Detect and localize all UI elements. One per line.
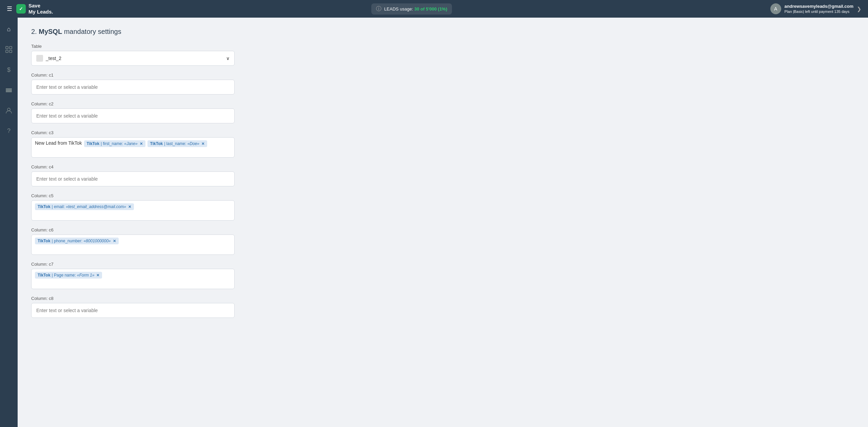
column-c2-input[interactable] — [31, 108, 235, 123]
svg-rect-6 — [6, 91, 12, 92]
c3-tag-lastname[interactable]: TikTok | last_name: «Doe» ✕ — [147, 140, 207, 147]
sidebar: ⌂ $ ? — [0, 18, 18, 427]
dropdown-chevron-icon: ∨ — [226, 56, 230, 61]
table-icon — [36, 55, 43, 62]
info-icon: ⓘ — [376, 5, 381, 13]
column-c6-label: Column: c6 — [31, 227, 854, 232]
user-info: andrewsavemyleads@gmail.com Plan |Basic|… — [785, 4, 853, 14]
sidebar-item-help[interactable]: ? — [3, 125, 15, 137]
sidebar-item-connections[interactable] — [3, 43, 15, 56]
sidebar-item-tools[interactable] — [3, 84, 15, 96]
column-c7-group: Column: c7 TikTok | Page name: «Form 1» … — [31, 262, 854, 289]
column-c8-label: Column: c8 — [31, 296, 854, 301]
c3-tag-firstname-close-icon[interactable]: ✕ — [140, 142, 143, 146]
column-c8-input[interactable] — [31, 303, 235, 318]
user-plan: Plan |Basic| left until payment 135 days — [785, 9, 850, 14]
table-dropdown-inner: _test_2 — [36, 55, 61, 62]
user-email: andrewsavemyleads@gmail.com — [785, 4, 853, 9]
c5-tag-email[interactable]: TikTok | email: «test_email_address@mail… — [35, 203, 134, 210]
column-c5-label: Column: c5 — [31, 193, 854, 198]
svg-point-7 — [7, 108, 10, 111]
sidebar-item-profile[interactable] — [3, 104, 15, 117]
sidebar-item-billing[interactable]: $ — [3, 64, 15, 76]
column-c7-label: Column: c7 — [31, 262, 854, 267]
column-c4-label: Column: c4 — [31, 164, 854, 169]
svg-rect-1 — [9, 46, 12, 49]
column-c8-group: Column: c8 — [31, 296, 854, 318]
column-c5-input[interactable]: TikTok | email: «test_email_address@mail… — [31, 200, 235, 221]
column-c1-label: Column: c1 — [31, 73, 854, 78]
column-c7-input[interactable]: TikTok | Page name: «Form 1» ✕ — [31, 269, 235, 289]
column-c6-input[interactable]: TikTok | phone_number: «8001000000» ✕ — [31, 235, 235, 255]
page-title: 2. MySQL mandatory settings — [31, 28, 854, 36]
c3-tag-lastname-close-icon[interactable]: ✕ — [201, 142, 204, 146]
column-c1-group: Column: c1 — [31, 73, 854, 95]
avatar: A — [770, 3, 781, 14]
svg-rect-0 — [6, 46, 8, 49]
sidebar-item-home[interactable]: ⌂ — [3, 23, 15, 35]
table-dropdown[interactable]: _test_2 ∨ — [31, 51, 235, 66]
logo: ✓ Save My Leads. — [16, 3, 53, 15]
c3-text-prefix: New Lead from TikTok — [35, 140, 82, 146]
leads-usage-label: LEADS usage: 30 of 5'000 (1%) — [384, 6, 447, 12]
nav-center: ⓘ LEADS usage: 30 of 5'000 (1%) — [371, 3, 452, 15]
svg-rect-2 — [6, 50, 8, 53]
column-c3-group: Column: c3 New Lead from TikTok TikTok |… — [31, 130, 854, 158]
c5-tag-email-close-icon[interactable]: ✕ — [128, 205, 131, 209]
c6-tag-phone-close-icon[interactable]: ✕ — [113, 239, 116, 243]
svg-rect-5 — [6, 90, 12, 91]
c7-tag-pagename[interactable]: TikTok | Page name: «Form 1» ✕ — [35, 272, 102, 279]
column-c3-label: Column: c3 — [31, 130, 854, 135]
c6-tag-phone[interactable]: TikTok | phone_number: «8001000000» ✕ — [35, 238, 119, 244]
column-c5-group: Column: c5 TikTok | email: «test_email_a… — [31, 193, 854, 221]
svg-rect-3 — [9, 50, 12, 53]
column-c2-group: Column: c2 — [31, 101, 854, 123]
table-field-group: Table _test_2 ∨ — [31, 44, 854, 66]
column-c1-input[interactable] — [31, 80, 235, 95]
leads-usage-count: 30 of 5'000 (1%) — [414, 6, 447, 12]
logo-checkmark-icon: ✓ — [16, 4, 26, 14]
table-label: Table — [31, 44, 854, 49]
table-value: _test_2 — [46, 56, 61, 61]
nav-left: ☰ ✓ Save My Leads. — [7, 3, 53, 15]
nav-right: A andrewsavemyleads@gmail.com Plan |Basi… — [770, 3, 861, 14]
top-navigation: ☰ ✓ Save My Leads. ⓘ LEADS usage: 30 of … — [0, 0, 868, 18]
logo-text: Save My Leads. — [28, 3, 53, 15]
hamburger-menu-icon[interactable]: ☰ — [7, 5, 12, 13]
app-layout: ⌂ $ ? 2. MySQL man — [0, 18, 868, 427]
svg-rect-4 — [6, 88, 12, 89]
column-c4-input[interactable] — [31, 171, 235, 186]
column-c3-input[interactable]: New Lead from TikTok TikTok | first_name… — [31, 137, 235, 158]
column-c6-group: Column: c6 TikTok | phone_number: «80010… — [31, 227, 854, 255]
c7-tag-pagename-close-icon[interactable]: ✕ — [96, 273, 99, 278]
leads-usage-box: ⓘ LEADS usage: 30 of 5'000 (1%) — [371, 3, 452, 15]
c3-tag-firstname[interactable]: TikTok | first_name: «Jane» ✕ — [84, 140, 145, 147]
user-menu-chevron-icon[interactable]: ❯ — [857, 6, 861, 12]
main-content: 2. MySQL mandatory settings Table _test_… — [18, 18, 868, 427]
column-c2-label: Column: c2 — [31, 101, 854, 106]
column-c4-group: Column: c4 — [31, 164, 854, 186]
